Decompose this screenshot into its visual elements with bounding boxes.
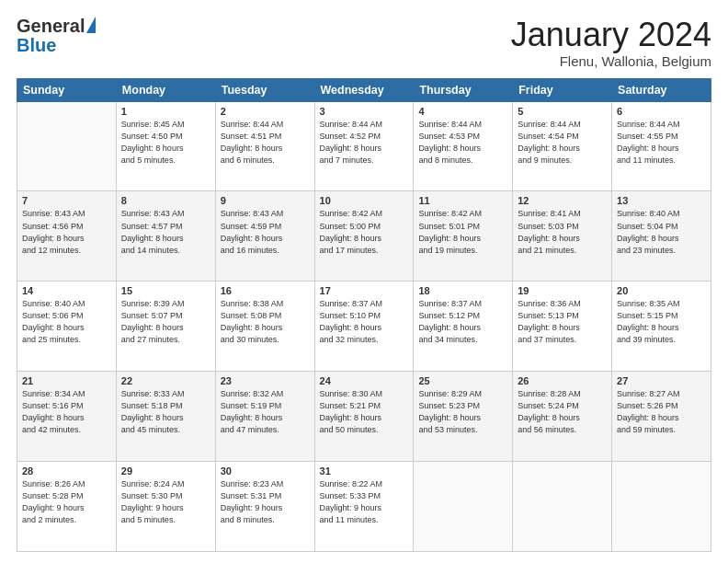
day-detail: Sunrise: 8:43 AMSunset: 4:56 PMDaylight:… (22, 208, 111, 256)
daylight-hours-label: Daylight: 9 hours (121, 503, 184, 512)
calendar-week-row: 14Sunrise: 8:40 AMSunset: 5:06 PMDayligh… (17, 282, 711, 372)
day-number: 6 (617, 106, 706, 117)
sunset-info: Sunset: 5:16 PM (22, 401, 84, 410)
sunset-info: Sunset: 5:33 PM (320, 491, 381, 500)
sunrise-info: Sunrise: 8:37 AM (418, 299, 482, 308)
calendar-title: January 2024 (511, 17, 711, 53)
daylight-hours-label: Daylight: 9 hours (22, 503, 85, 512)
day-number: 10 (320, 195, 409, 206)
day-detail-continuation: and 27 minutes. (121, 335, 180, 344)
calendar-empty-cell (513, 462, 612, 552)
day-detail-continuation: and 59 minutes. (617, 425, 676, 434)
daylight-hours-label: Daylight: 8 hours (320, 413, 382, 422)
sunrise-info: Sunrise: 8:44 AM (617, 120, 680, 129)
sunrise-info: Sunrise: 8:35 AM (617, 299, 680, 308)
sunset-info: Sunset: 4:52 PM (320, 132, 381, 141)
day-detail: Sunrise: 8:44 AMSunset: 4:55 PMDaylight:… (617, 119, 706, 167)
daylight-hours-label: Daylight: 8 hours (617, 413, 679, 422)
day-detail: Sunrise: 8:37 AMSunset: 5:10 PMDaylight:… (320, 298, 409, 346)
day-detail: Sunrise: 8:28 AMSunset: 5:24 PMDaylight:… (518, 388, 607, 436)
logo-blue-text: Blue (17, 35, 56, 56)
day-detail-continuation: and 9 minutes. (518, 155, 572, 165)
sunrise-info: Sunrise: 8:43 AM (221, 209, 284, 218)
calendar-week-row: 28Sunrise: 8:26 AMSunset: 5:28 PMDayligh… (17, 462, 711, 552)
day-number: 26 (518, 375, 607, 386)
day-detail-continuation: and 42 minutes. (22, 425, 81, 434)
sunset-info: Sunset: 4:57 PM (121, 222, 183, 231)
sunrise-info: Sunrise: 8:26 AM (22, 479, 85, 488)
calendar-day-24: 24Sunrise: 8:30 AMSunset: 5:21 PMDayligh… (314, 372, 414, 462)
day-number: 12 (518, 195, 607, 206)
day-detail-continuation: and 47 minutes. (221, 425, 279, 434)
day-detail-continuation: and 37 minutes. (518, 335, 576, 344)
day-detail: Sunrise: 8:38 AMSunset: 5:08 PMDaylight:… (221, 298, 310, 346)
daylight-hours-label: Daylight: 8 hours (418, 234, 481, 243)
daylight-hours-label: Daylight: 8 hours (221, 234, 283, 243)
sunrise-info: Sunrise: 8:28 AM (518, 389, 581, 398)
day-detail-continuation: and 2 minutes. (22, 515, 76, 524)
day-detail: Sunrise: 8:24 AMSunset: 5:30 PMDaylight:… (121, 478, 210, 526)
calendar-week-row: 1Sunrise: 8:45 AMSunset: 4:50 PMDaylight… (17, 101, 711, 191)
day-detail: Sunrise: 8:45 AMSunset: 4:50 PMDaylight:… (121, 119, 210, 167)
daylight-hours-label: Daylight: 8 hours (221, 413, 283, 422)
day-detail: Sunrise: 8:27 AMSunset: 5:26 PMDaylight:… (617, 388, 706, 436)
logo-general-text: General (17, 17, 85, 35)
day-number: 21 (22, 375, 111, 386)
sunrise-info: Sunrise: 8:37 AM (320, 299, 383, 308)
day-detail: Sunrise: 8:29 AMSunset: 5:23 PMDaylight:… (418, 388, 507, 436)
calendar-day-10: 10Sunrise: 8:42 AMSunset: 5:00 PMDayligh… (314, 191, 414, 282)
day-number: 13 (617, 195, 706, 206)
sunset-info: Sunset: 5:06 PM (22, 311, 84, 320)
day-number: 4 (418, 106, 507, 117)
sunset-info: Sunset: 5:24 PM (518, 401, 579, 410)
day-detail: Sunrise: 8:40 AMSunset: 5:06 PMDaylight:… (22, 298, 111, 346)
day-detail-continuation: and 5 minutes. (121, 155, 176, 165)
daylight-hours-label: Daylight: 8 hours (518, 413, 580, 422)
day-detail-continuation: and 5 minutes. (121, 515, 176, 524)
day-detail: Sunrise: 8:44 AMSunset: 4:51 PMDaylight:… (221, 119, 310, 167)
day-number: 28 (22, 465, 111, 477)
day-detail: Sunrise: 8:44 AMSunset: 4:53 PMDaylight:… (418, 119, 507, 167)
sunset-info: Sunset: 4:55 PM (617, 132, 678, 141)
sunrise-info: Sunrise: 8:33 AM (121, 389, 185, 398)
day-number: 17 (320, 285, 409, 296)
day-detail: Sunrise: 8:42 AMSunset: 5:00 PMDaylight:… (320, 208, 409, 256)
day-number: 11 (418, 195, 507, 206)
day-number: 30 (221, 465, 310, 477)
daylight-hours-label: Daylight: 8 hours (320, 323, 382, 332)
sunrise-info: Sunrise: 8:40 AM (22, 299, 85, 308)
day-detail: Sunrise: 8:26 AMSunset: 5:28 PMDaylight:… (22, 478, 111, 526)
day-detail-continuation: and 11 minutes. (320, 515, 379, 524)
day-number: 2 (221, 106, 310, 117)
calendar-header-thursday: Thursday (414, 78, 513, 101)
sunrise-info: Sunrise: 8:23 AM (221, 479, 284, 488)
sunrise-info: Sunrise: 8:39 AM (121, 299, 185, 308)
day-detail: Sunrise: 8:35 AMSunset: 5:15 PMDaylight:… (617, 298, 706, 346)
calendar-day-3: 3Sunrise: 8:44 AMSunset: 4:52 PMDaylight… (314, 101, 414, 191)
daylight-hours-label: Daylight: 8 hours (22, 323, 85, 332)
calendar-table: SundayMondayTuesdayWednesdayThursdayFrid… (17, 78, 711, 552)
sunset-info: Sunset: 5:30 PM (121, 491, 183, 500)
day-detail-continuation: and 23 minutes. (617, 246, 676, 255)
daylight-hours-label: Daylight: 8 hours (418, 323, 481, 332)
calendar-header-tuesday: Tuesday (215, 78, 314, 101)
sunrise-info: Sunrise: 8:38 AM (221, 299, 284, 308)
calendar-day-26: 26Sunrise: 8:28 AMSunset: 5:24 PMDayligh… (513, 372, 612, 462)
calendar-header-monday: Monday (116, 78, 215, 101)
sunset-info: Sunset: 5:01 PM (418, 222, 480, 231)
sunset-info: Sunset: 5:23 PM (418, 401, 480, 410)
calendar-empty-cell (414, 462, 513, 552)
day-detail-continuation: and 50 minutes. (320, 425, 379, 434)
day-detail: Sunrise: 8:40 AMSunset: 5:04 PMDaylight:… (617, 208, 706, 256)
sunset-info: Sunset: 5:10 PM (320, 311, 381, 320)
sunset-info: Sunset: 5:31 PM (221, 491, 282, 500)
day-detail: Sunrise: 8:42 AMSunset: 5:01 PMDaylight:… (418, 208, 507, 256)
day-detail-continuation: and 56 minutes. (518, 425, 576, 434)
day-number: 24 (320, 375, 409, 386)
daylight-hours-label: Daylight: 9 hours (320, 503, 382, 512)
day-detail-continuation: and 30 minutes. (221, 335, 279, 344)
sunrise-info: Sunrise: 8:42 AM (418, 209, 482, 218)
sunrise-info: Sunrise: 8:44 AM (418, 120, 482, 129)
daylight-hours-label: Daylight: 8 hours (617, 234, 679, 243)
calendar-day-21: 21Sunrise: 8:34 AMSunset: 5:16 PMDayligh… (17, 372, 117, 462)
